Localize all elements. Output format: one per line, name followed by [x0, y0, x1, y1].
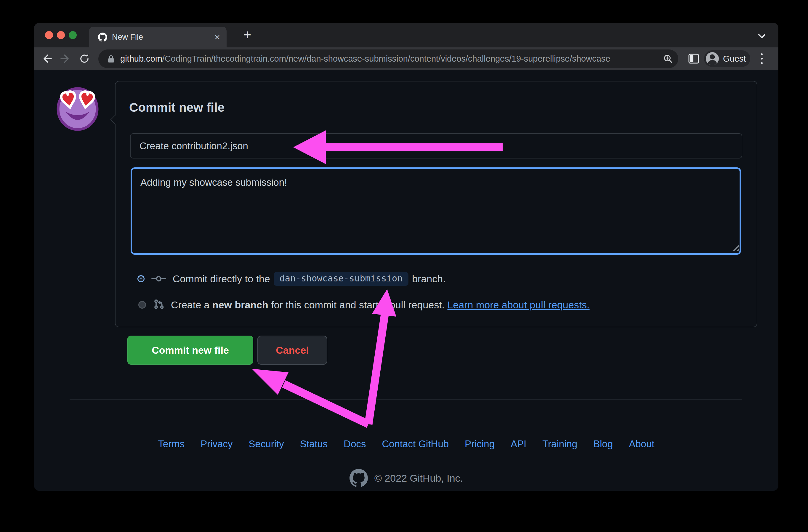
- forward-button[interactable]: [57, 48, 75, 69]
- radio-direct-label-pre: Commit directly to the: [173, 273, 270, 285]
- lock-icon: [107, 55, 115, 63]
- back-button[interactable]: [38, 48, 55, 69]
- forward-arrow-icon: [60, 53, 72, 65]
- commit-form: Commit new file Adding my showcase submi…: [115, 81, 757, 327]
- github-favicon-icon: [98, 33, 107, 42]
- minimize-window-traffic-light[interactable]: [57, 31, 65, 39]
- new-tab-button[interactable]: +: [238, 25, 257, 44]
- footer-link-api[interactable]: API: [511, 438, 526, 450]
- footer-copyright: © 2022 GitHub, Inc.: [34, 469, 778, 487]
- footer-link-terms[interactable]: Terms: [158, 438, 185, 450]
- extended-description-textarea[interactable]: Adding my showcase submission!: [131, 167, 741, 255]
- reload-button[interactable]: [75, 48, 93, 69]
- footer-link-pricing[interactable]: Pricing: [465, 438, 495, 450]
- url-text: github.com/CodingTrain/thecodingtrain.co…: [120, 54, 610, 64]
- reload-icon: [78, 53, 90, 65]
- footer-link-contact[interactable]: Contact GitHub: [382, 438, 449, 450]
- footer-divider: [70, 399, 742, 400]
- footer-link-about[interactable]: About: [629, 438, 654, 450]
- close-window-traffic-light[interactable]: [45, 31, 53, 39]
- url-domain: github.com: [120, 54, 162, 63]
- tab-close-icon[interactable]: ×: [215, 27, 220, 48]
- profile-chip[interactable]: Guest: [704, 50, 750, 67]
- tab-search-chevron-icon[interactable]: [757, 33, 767, 40]
- profile-label: Guest: [723, 54, 746, 64]
- footer-link-training[interactable]: Training: [542, 438, 577, 450]
- browser-menu-icon[interactable]: [759, 53, 765, 64]
- radio-commit-direct[interactable]: [138, 276, 144, 281]
- branch-name-chip: dan-showcase-submission: [274, 272, 408, 286]
- copyright-text: © 2022 GitHub, Inc.: [374, 473, 463, 484]
- learn-more-link[interactable]: Learn more about pull requests.: [447, 299, 590, 311]
- radio-direct-label-post: branch.: [412, 273, 445, 285]
- tab-title: New File: [112, 33, 143, 42]
- footer-link-security[interactable]: Security: [249, 438, 284, 450]
- side-panel-icon[interactable]: [688, 53, 699, 64]
- guest-avatar: [706, 52, 719, 65]
- maximize-window-traffic-light[interactable]: [69, 31, 77, 39]
- footer-link-privacy[interactable]: Privacy: [201, 438, 233, 450]
- git-commit-icon: [151, 274, 166, 283]
- footer-links: Terms Privacy Security Status Docs Conta…: [34, 438, 778, 450]
- cancel-button[interactable]: Cancel: [257, 336, 327, 365]
- form-caret: [110, 115, 120, 124]
- radio-row-new-branch: Create a new branch for this commit and …: [138, 298, 590, 312]
- browser-window: New File × + github.com/CodingTrain/thec…: [34, 23, 778, 491]
- radio-branch-label-bold: new branch: [213, 299, 268, 311]
- commit-message-input[interactable]: [130, 133, 742, 159]
- radio-new-branch[interactable]: [138, 301, 146, 309]
- github-logo-icon: [349, 469, 368, 487]
- footer-link-status[interactable]: Status: [300, 438, 328, 450]
- screenshot-stage: New File × + github.com/CodingTrain/thec…: [0, 0, 808, 532]
- address-bar[interactable]: github.com/CodingTrain/thecodingtrain.co…: [98, 50, 678, 68]
- user-avatar-heart-eyes-emoji[interactable]: [55, 87, 100, 131]
- radio-row-commit-direct: Commit directly to the dan-showcase-subm…: [138, 272, 446, 286]
- tab-strip: New File × +: [34, 23, 778, 48]
- radio-branch-label-post: for this commit and start a pull request…: [268, 299, 447, 311]
- person-icon: [706, 52, 719, 65]
- url-path: /CodingTrain/thecodingtrain.com/new/dan-…: [162, 54, 610, 63]
- commit-new-file-button[interactable]: Commit new file: [127, 336, 253, 365]
- footer-link-docs[interactable]: Docs: [344, 438, 366, 450]
- back-arrow-icon: [41, 53, 52, 65]
- page-title: Commit new file: [129, 100, 224, 115]
- zoom-level-icon[interactable]: [663, 54, 674, 64]
- footer-link-blog[interactable]: Blog: [593, 438, 613, 450]
- browser-toolbar: github.com/CodingTrain/thecodingtrain.co…: [34, 48, 778, 70]
- radio-branch-label-pre: Create a: [171, 299, 213, 311]
- git-pull-request-icon: [154, 299, 164, 310]
- browser-tab[interactable]: New File ×: [89, 27, 226, 48]
